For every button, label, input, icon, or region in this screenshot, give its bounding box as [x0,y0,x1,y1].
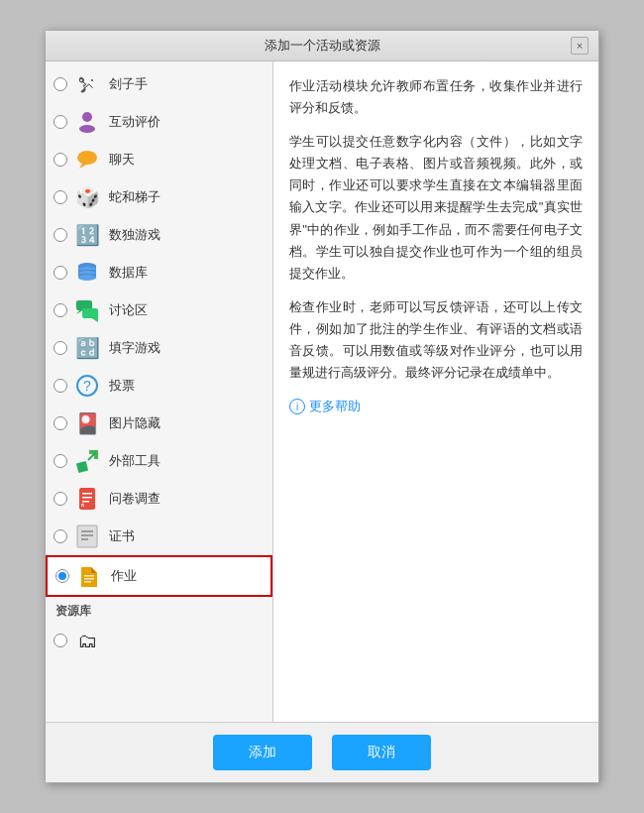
fill-label: 填字游戏 [109,339,161,357]
svg-rect-17 [76,461,88,473]
cert-icon [73,523,101,550]
chat-label: 聊天 [109,151,135,169]
vote-icon: ? [73,372,101,400]
svg-rect-29 [84,575,94,577]
db-icon [73,259,101,287]
radio-hidden[interactable] [54,416,67,430]
radio-sudoku[interactable] [54,228,67,242]
list-item-survey[interactable]: 问卷调查 [46,480,272,518]
radio-forum[interactable] [54,303,67,317]
cert-label: 证书 [109,527,135,545]
list-item-cert[interactable]: 证书 [46,518,272,555]
svg-point-2 [77,151,97,165]
svg-rect-30 [84,578,94,580]
left-panel: 刽子手互动评价聊天🎲蛇和梯子🔢数独游戏数据库讨论区🔡填字游戏?投票🎴图片隐藏外部… [46,61,273,722]
list-item-scissors[interactable]: 刽子手 [46,65,272,103]
footer: 添加 取消 [46,722,598,782]
assign-label: 作业 [111,567,137,585]
list-item-sudoku[interactable]: 🔢数独游戏 [46,216,272,254]
radio-vote[interactable] [54,379,67,393]
radio-cert[interactable] [54,529,67,543]
hidden-icon: 🎴 [73,409,101,437]
sudoku-icon: 🔢 [73,221,101,249]
help-icon: i [289,399,305,414]
list-item-snake[interactable]: 🎲蛇和梯子 [46,178,272,216]
svg-rect-21 [82,493,92,495]
help-link-text: 更多帮助 [309,396,361,417]
svg-rect-22 [82,497,92,499]
section-header: 资源库 [46,597,272,622]
dialog: 添加一个活动或资源 × 刽子手互动评价聊天🎲蛇和梯子🔢数独游戏数据库讨论区🔡填字… [45,30,599,783]
svg-rect-31 [84,581,91,583]
cancel-button[interactable]: 取消 [332,735,431,770]
dialog-title: 添加一个活动或资源 [73,37,571,55]
list-item-vote[interactable]: ?投票 [46,367,272,405]
list-item-db[interactable]: 数据库 [46,254,272,291]
list-item-chat[interactable]: 聊天 [46,141,272,178]
radio-survey[interactable] [54,492,67,506]
hidden-label: 图片隐藏 [109,414,161,432]
scissors-label: 刽子手 [109,75,148,93]
external-icon [73,447,101,475]
radio-db[interactable] [54,266,67,280]
content-area: 刽子手互动评价聊天🎲蛇和梯子🔢数独游戏数据库讨论区🔡填字游戏?投票🎴图片隐藏外部… [46,61,598,722]
add-button[interactable]: 添加 [213,735,312,770]
svg-point-0 [82,112,92,122]
forum-label: 讨论区 [109,301,148,319]
svg-text:?: ? [83,378,91,394]
radio-assign[interactable] [55,569,69,583]
list-item-fill[interactable]: 🔡填字游戏 [46,329,272,367]
svg-rect-23 [82,501,89,503]
forum-icon [73,296,101,324]
radio-resource[interactable] [54,634,67,647]
vote-label: 投票 [109,377,135,395]
help-link[interactable]: i 更多帮助 [289,396,583,417]
resource-item-placeholder[interactable]: 🗂 [46,622,272,659]
right-panel: 作业活动模块允许教师布置任务，收集作业并进行评分和反馈。学生可以提交任意数字化内… [273,61,598,722]
list-item-interact[interactable]: 互动评价 [46,103,272,141]
desc-para-0: 作业活动模块允许教师布置任务，收集作业并进行评分和反馈。 [289,75,583,119]
list-item-hidden[interactable]: 🎴图片隐藏 [46,405,272,442]
interact-label: 互动评价 [109,113,161,131]
interact-icon [73,108,101,136]
chat-icon [73,146,101,174]
svg-point-1 [79,125,95,133]
db-label: 数据库 [109,264,148,282]
radio-interact[interactable] [54,115,67,129]
list-item-assign[interactable]: 作业 [46,555,272,597]
snake-icon: 🎲 [73,183,101,211]
svg-rect-25 [77,525,97,547]
title-bar: 添加一个活动或资源 × [46,31,598,61]
desc-para-2: 检查作业时，老师可以写反馈评语，还可以上传文件，例如加了批注的学生作业、有评语的… [289,296,583,384]
resource-icon: 🗂 [73,627,101,654]
list-item-forum[interactable]: 讨论区 [46,291,272,329]
radio-snake[interactable] [54,190,67,204]
fill-icon: 🔡 [73,334,101,362]
close-button[interactable]: × [571,37,589,55]
survey-icon [73,485,101,513]
svg-point-10 [78,275,96,281]
sudoku-label: 数独游戏 [109,226,161,244]
svg-rect-13 [82,308,98,318]
radio-fill[interactable] [54,341,67,355]
snake-label: 蛇和梯子 [109,188,161,206]
desc-para-1: 学生可以提交任意数字化内容（文件），比如文字处理文档、电子表格、图片或音频视频。… [289,131,583,285]
survey-label: 问卷调查 [109,490,161,508]
scissors-icon [73,70,101,98]
radio-chat[interactable] [54,153,67,167]
external-label: 外部工具 [109,452,161,470]
list-item-external[interactable]: 外部工具 [46,442,272,480]
radio-scissors[interactable] [54,77,67,91]
radio-external[interactable] [54,454,67,468]
assign-icon [75,562,103,590]
